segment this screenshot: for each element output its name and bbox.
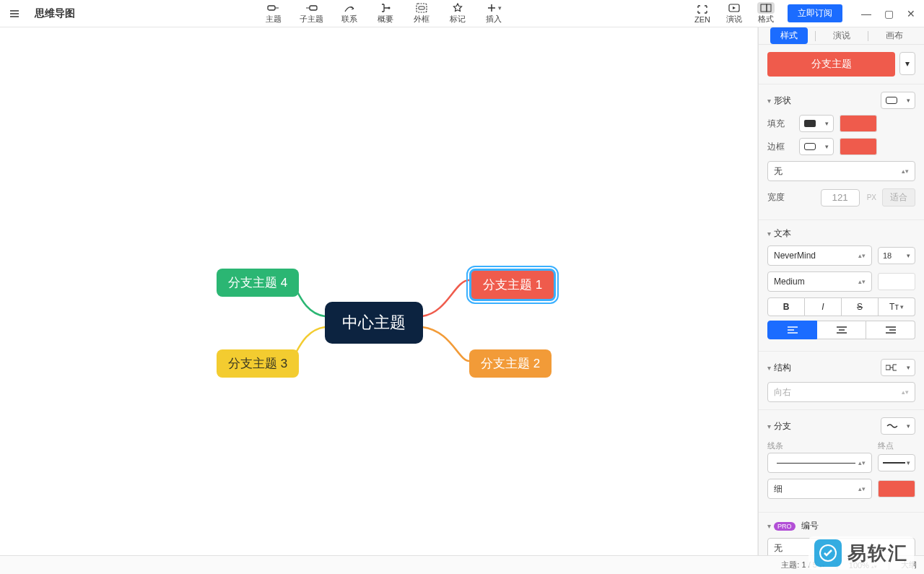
- tool-link[interactable]: 联系: [339, 2, 359, 25]
- tab-style[interactable]: 样式: [770, 27, 808, 44]
- branch-topic-2-node[interactable]: 分支主题 2: [469, 349, 552, 378]
- window-close[interactable]: ✕: [907, 8, 915, 19]
- tool-zen[interactable]: ZEN: [692, 4, 712, 24]
- svg-rect-6: [761, 4, 767, 12]
- section-numbering-title: 编号: [801, 520, 819, 532]
- menu-button[interactable]: [0, 8, 29, 19]
- svg-rect-0: [268, 6, 275, 10]
- font-weight-select[interactable]: Medium▴▾: [767, 271, 872, 292]
- svg-point-2: [388, 7, 391, 9]
- tool-present[interactable]: 演说: [724, 2, 744, 25]
- tool-insert[interactable]: ▾ 插入: [484, 2, 504, 25]
- direction-select[interactable]: 向右▴▾: [767, 382, 915, 402]
- canvas[interactable]: 中心主题 分支主题 1 分支主题 2 分支主题 3 分支主题 4: [0, 27, 758, 555]
- branch-topic-4-node[interactable]: 分支主题 4: [217, 269, 299, 297]
- shape-select[interactable]: ▾: [881, 92, 915, 109]
- italic-button[interactable]: I: [805, 297, 842, 316]
- pro-badge: PRO: [774, 522, 796, 531]
- svg-rect-3: [417, 4, 427, 12]
- line-weight-select[interactable]: 细▴▾: [767, 479, 872, 499]
- topic-type-dropdown[interactable]: ▾: [899, 52, 915, 75]
- topic-type-button[interactable]: 分支主题: [767, 52, 895, 77]
- status-bar: 主题: 1 / 5▴▾ 100%▴▾ 大纲: [0, 555, 924, 574]
- subscribe-button[interactable]: 立即订阅: [788, 4, 842, 22]
- center-topic-node[interactable]: 中心主题: [325, 302, 423, 344]
- watermark-logo: 易软汇: [808, 536, 914, 570]
- border-color-swatch[interactable]: [840, 138, 877, 155]
- tool-marker[interactable]: 标记: [448, 2, 468, 25]
- tool-summary[interactable]: 概要: [375, 2, 396, 25]
- border-type-select[interactable]: 无▴▾: [767, 161, 915, 181]
- strike-button[interactable]: S: [842, 297, 879, 316]
- align-left-button[interactable]: [767, 321, 817, 339]
- align-right-button[interactable]: [866, 321, 915, 339]
- section-branch-title: 分支: [774, 420, 791, 432]
- svg-rect-4: [419, 6, 424, 9]
- fill-pattern-select[interactable]: ▾: [799, 115, 834, 132]
- line-end-select[interactable]: ▾: [878, 454, 915, 471]
- fill-color-swatch[interactable]: [840, 115, 877, 132]
- tab-canvas[interactable]: 画布: [876, 27, 913, 44]
- tool-topic[interactable]: 主题: [263, 2, 284, 25]
- width-input[interactable]: [821, 189, 860, 206]
- branch-topic-3-node[interactable]: 分支主题 3: [217, 349, 299, 378]
- tool-format[interactable]: 格式: [756, 2, 776, 25]
- section-structure-title: 结构: [774, 362, 791, 374]
- tool-boundary[interactable]: 外框: [411, 2, 432, 25]
- section-text-title: 文本: [774, 227, 791, 240]
- font-size-select[interactable]: 18▾: [878, 247, 915, 264]
- branch-topic-1-node[interactable]: 分支主题 1: [469, 269, 556, 301]
- window-minimize[interactable]: ―: [861, 8, 871, 19]
- tab-present[interactable]: 演说: [823, 27, 860, 44]
- tool-subtopic[interactable]: 子主题: [300, 2, 323, 25]
- svg-rect-9: [886, 365, 890, 370]
- text-color-swatch[interactable]: [878, 273, 915, 290]
- align-center-button[interactable]: [817, 321, 866, 339]
- border-style-select[interactable]: ▾: [799, 138, 834, 155]
- section-shape-title: 形状: [774, 95, 791, 107]
- branch-style-select[interactable]: ▾: [881, 417, 915, 435]
- line-color-swatch[interactable]: [878, 480, 915, 497]
- structure-select[interactable]: ▾: [881, 359, 915, 376]
- case-button[interactable]: Tт▾: [879, 297, 915, 316]
- window-maximize[interactable]: ▢: [884, 8, 894, 19]
- font-family-select[interactable]: NeverMind▴▾: [767, 245, 872, 266]
- fit-button[interactable]: 适合: [882, 188, 915, 206]
- line-style-select[interactable]: ▴▾: [767, 453, 872, 473]
- app-title: 思维导图: [35, 7, 75, 20]
- format-panel: 样式 演说 画布 分支主题 ▾ ▾形状 ▾ 填充 ▾ 边框: [758, 27, 924, 555]
- bold-button[interactable]: B: [767, 297, 805, 316]
- svg-rect-7: [767, 4, 771, 12]
- svg-rect-1: [310, 6, 317, 10]
